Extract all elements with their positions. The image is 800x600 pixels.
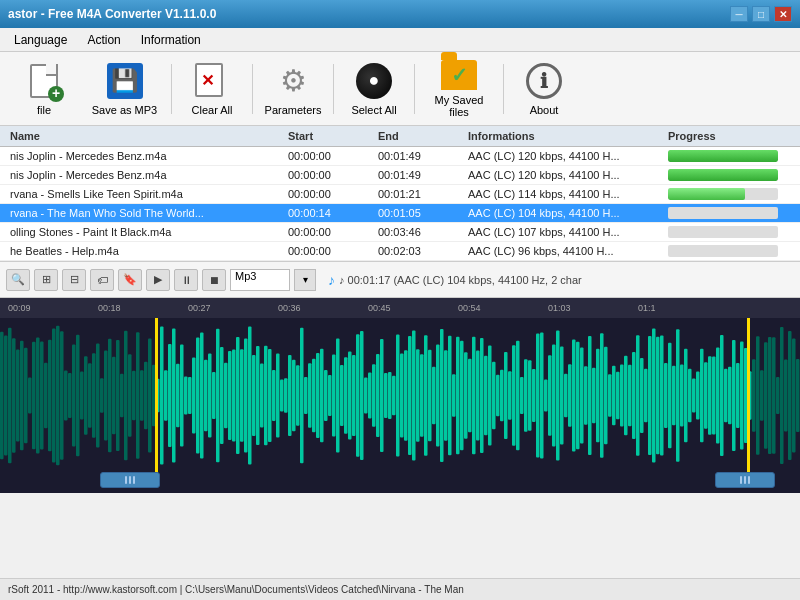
svg-rect-171: [684, 349, 688, 443]
svg-rect-31: [124, 331, 128, 461]
tag-btn-2[interactable]: 🔖: [118, 269, 142, 291]
save-mp3-button[interactable]: 💾 Save as MP3: [82, 57, 167, 121]
bottom-controls: 🔍 ⊞ ⊟ 🏷 🔖 ▶ ⏸ ⏹ Mp3 ▾ ♪ ♪ 00:01:17 (AAC …: [0, 262, 800, 298]
add-file-button[interactable]: + file: [8, 57, 80, 121]
svg-rect-122: [488, 346, 492, 446]
svg-rect-188: [752, 359, 756, 431]
clear-all-icon: ✕: [191, 62, 233, 100]
table-row[interactable]: nis Joplin - Mercedes Benz.m4a 00:00:00 …: [0, 147, 800, 166]
svg-rect-147: [588, 336, 592, 455]
svg-rect-78: [312, 359, 316, 432]
play-button[interactable]: ▶: [146, 269, 170, 291]
svg-rect-19: [76, 335, 80, 457]
file-list: nis Joplin - Mercedes Benz.m4a 00:00:00 …: [0, 147, 800, 261]
waveform-display[interactable]: [0, 318, 800, 473]
waveform-area[interactable]: 00:09 00:18 00:27 00:36 00:45 00:54 01:0…: [0, 298, 800, 493]
toolbar-separator-1: [171, 64, 172, 114]
table-row[interactable]: rvana - Smells Like Teen Spirit.m4a 00:0…: [0, 185, 800, 204]
tag-btn-1[interactable]: 🏷: [90, 269, 114, 291]
close-button[interactable]: ✕: [774, 6, 792, 22]
waveform-handle-left[interactable]: [100, 472, 160, 488]
col-header-info: Informations: [464, 129, 664, 143]
svg-rect-190: [760, 370, 764, 421]
svg-rect-33: [132, 371, 136, 420]
file-progress: [664, 244, 794, 258]
svg-rect-52: [208, 354, 212, 438]
clear-all-button[interactable]: ✕ Clear All: [176, 57, 248, 121]
svg-rect-94: [376, 354, 380, 437]
file-end: 00:02:03: [374, 244, 464, 258]
zoom-in-button[interactable]: 🔍: [6, 269, 30, 291]
svg-rect-140: [560, 347, 564, 445]
menu-information[interactable]: Information: [131, 31, 211, 49]
file-list-header: Name Start End Informations Progress: [0, 126, 800, 147]
menu-action[interactable]: Action: [77, 31, 130, 49]
zoom-in-icon: 🔍: [11, 273, 25, 286]
svg-rect-152: [608, 374, 612, 417]
svg-rect-60: [240, 349, 244, 442]
svg-rect-111: [444, 350, 448, 441]
svg-rect-97: [388, 372, 392, 419]
save-mp3-icon: 💾: [104, 62, 146, 100]
my-saved-files-button[interactable]: ✓ My Saved files: [419, 57, 499, 121]
waveform-handle-right[interactable]: [715, 472, 775, 488]
svg-rect-100: [400, 354, 404, 438]
svg-rect-137: [548, 355, 552, 436]
svg-rect-40: [160, 327, 164, 465]
file-info: AAC (LC) 120 kbps, 44100 H...: [464, 149, 664, 163]
file-progress: [664, 168, 794, 182]
maximize-button[interactable]: □: [752, 6, 770, 22]
svg-rect-195: [780, 327, 784, 464]
file-start: 00:00:14: [284, 206, 374, 220]
svg-rect-113: [452, 374, 456, 416]
waveform-svg: [0, 318, 800, 473]
status-text: rSoft 2011 - http://www.kastorsoft.com |…: [8, 584, 464, 595]
table-row[interactable]: nis Joplin - Mercedes Benz.m4a 00:00:00 …: [0, 166, 800, 185]
svg-rect-72: [288, 355, 292, 436]
svg-rect-56: [224, 363, 228, 428]
select-all-button[interactable]: ● Select All: [338, 57, 410, 121]
svg-rect-11: [44, 363, 48, 428]
stop-button[interactable]: ⏹: [202, 269, 226, 291]
svg-rect-27: [108, 339, 112, 452]
svg-rect-162: [648, 336, 652, 455]
svg-rect-79: [316, 353, 320, 438]
format-select[interactable]: Mp3: [230, 269, 290, 291]
about-button[interactable]: ℹ About: [508, 57, 580, 121]
svg-rect-128: [512, 345, 516, 445]
grid-btn-2[interactable]: ⊟: [62, 269, 86, 291]
table-row[interactable]: he Beatles - Help.m4a 00:00:00 00:02:03 …: [0, 242, 800, 261]
svg-rect-150: [600, 333, 604, 458]
svg-rect-116: [464, 352, 468, 438]
minimize-button[interactable]: ─: [730, 6, 748, 22]
svg-rect-159: [636, 335, 640, 456]
toolbar: + file 💾 Save as MP3 ✕ Clear All ⚙ Param…: [0, 52, 800, 126]
save-mp3-label: Save as MP3: [92, 104, 157, 116]
svg-rect-7: [28, 378, 32, 414]
grid-btn-1[interactable]: ⊞: [34, 269, 58, 291]
svg-rect-70: [280, 380, 284, 412]
svg-rect-191: [764, 342, 768, 449]
table-row[interactable]: rvana - The Man Who Sold The World... 00…: [0, 204, 800, 223]
svg-rect-89: [356, 334, 360, 456]
region-end-marker[interactable]: [747, 318, 750, 473]
format-dropdown[interactable]: ▾: [294, 269, 316, 291]
svg-rect-160: [640, 358, 644, 433]
svg-rect-136: [544, 379, 548, 411]
region-start-marker[interactable]: [155, 318, 158, 473]
table-row[interactable]: olling Stones - Paint It Black.m4a 00:00…: [0, 223, 800, 242]
svg-rect-156: [624, 356, 628, 435]
svg-rect-53: [212, 372, 216, 419]
parameters-button[interactable]: ⚙ Parameters: [257, 57, 329, 121]
svg-rect-4: [16, 350, 20, 442]
file-start: 00:00:00: [284, 244, 374, 258]
svg-rect-158: [632, 352, 636, 439]
menu-bar: Language Action Information: [0, 28, 800, 52]
menu-language[interactable]: Language: [4, 31, 77, 49]
svg-rect-173: [692, 379, 696, 413]
toolbar-separator-3: [333, 64, 334, 114]
file-info: AAC (LC) 114 kbps, 44100 H...: [464, 187, 664, 201]
svg-rect-182: [728, 367, 732, 425]
svg-rect-16: [64, 370, 68, 420]
pause-button[interactable]: ⏸: [174, 269, 198, 291]
